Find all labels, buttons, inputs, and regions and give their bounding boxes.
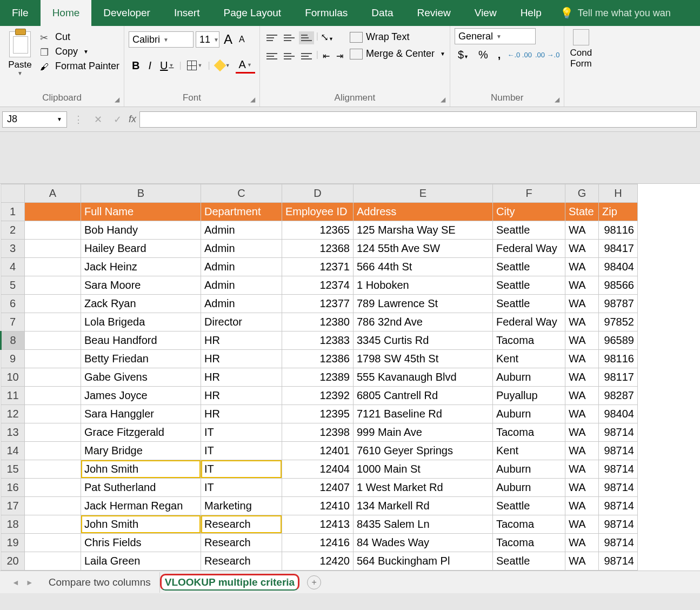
tell-me-search[interactable]: 💡 Tell me what you wan <box>554 0 677 26</box>
cell[interactable]: 564 Buckingham Pl <box>354 552 493 571</box>
cell[interactable]: 12420 <box>282 552 354 571</box>
cell[interactable]: John Smith <box>81 515 201 534</box>
cell[interactable]: Admin <box>201 258 282 276</box>
cell[interactable]: 98417 <box>599 240 638 258</box>
increase-indent-button[interactable]: ⇥ <box>334 50 345 63</box>
col-header-H[interactable]: H <box>599 184 638 203</box>
cell[interactable]: 566 44th St <box>354 258 493 276</box>
cell[interactable]: Jack Heinz <box>81 258 201 276</box>
paste-button[interactable]: Paste ▼ <box>4 28 36 76</box>
number-format-combo[interactable]: General▼ <box>455 28 536 44</box>
cell[interactable]: WA <box>565 240 599 258</box>
cell[interactable]: WA <box>565 276 599 295</box>
row-header[interactable]: 13 <box>1 423 25 442</box>
cell[interactable]: Zack Ryan <box>81 295 201 313</box>
cell[interactable]: IT <box>201 479 282 497</box>
cell[interactable]: 12404 <box>282 460 354 479</box>
font-size-combo[interactable]: 11▼ <box>196 31 219 48</box>
cell[interactable]: WA <box>565 534 599 552</box>
cell[interactable]: Tacoma <box>493 331 565 350</box>
align-right-button[interactable] <box>299 50 314 63</box>
cell[interactable]: Jack Herman Regan <box>81 497 201 515</box>
cell[interactable]: 98116 <box>599 221 638 240</box>
cell[interactable]: WA <box>565 442 599 460</box>
col-header-B[interactable]: B <box>81 184 201 203</box>
sheet-tab-vlookup[interactable]: VLOOKUP multiple criteria <box>160 574 299 591</box>
col-header-F[interactable]: F <box>493 184 565 203</box>
cell[interactable]: 98714 <box>599 552 638 571</box>
cell[interactable]: Seattle <box>493 276 565 295</box>
tab-view[interactable]: View <box>463 0 509 26</box>
cell[interactable]: Sara Moore <box>81 276 201 295</box>
merge-center-button[interactable]: Merge & Center▼ <box>350 48 445 59</box>
cell[interactable]: WA <box>565 479 599 497</box>
sheet-nav-arrows[interactable]: ◄► <box>5 578 40 587</box>
cell[interactable]: Mary Bridge <box>81 442 201 460</box>
cell[interactable]: 12365 <box>282 221 354 240</box>
tab-file[interactable]: File <box>0 0 41 26</box>
wrap-text-button[interactable]: Wrap Text <box>350 31 445 43</box>
cell[interactable]: Director <box>201 313 282 331</box>
cell[interactable]: Grace Fitzgerald <box>81 423 201 442</box>
fill-color-button[interactable]: ▼ <box>212 60 234 71</box>
cell[interactable]: 7610 Geyer Springs <box>354 442 493 460</box>
cell[interactable]: WA <box>565 405 599 423</box>
sheet-tab-compare[interactable]: Compare two columns <box>40 572 160 593</box>
cell[interactable]: 1798 SW 45th St <box>354 350 493 368</box>
cell[interactable]: Tacoma <box>493 423 565 442</box>
cell[interactable]: 98714 <box>599 479 638 497</box>
cell[interactable]: WA <box>565 387 599 405</box>
cell[interactable]: 3345 Curtis Rd <box>354 331 493 350</box>
dialog-launcher-icon[interactable]: ◢ <box>115 96 119 103</box>
cell[interactable] <box>25 534 81 552</box>
cell[interactable]: 98714 <box>599 460 638 479</box>
cell[interactable] <box>25 221 81 240</box>
cell[interactable]: Seattle <box>493 258 565 276</box>
bold-button[interactable]: B <box>129 58 143 73</box>
cell[interactable]: 98714 <box>599 534 638 552</box>
cell[interactable]: 12371 <box>282 258 354 276</box>
cell[interactable]: 12413 <box>282 515 354 534</box>
cell[interactable]: HR <box>201 387 282 405</box>
cell[interactable]: WA <box>565 331 599 350</box>
cell[interactable]: 98404 <box>599 405 638 423</box>
percent-format-button[interactable]: % <box>475 49 491 61</box>
cell[interactable]: James Joyce <box>81 387 201 405</box>
cell[interactable]: Seattle <box>493 497 565 515</box>
cell[interactable]: Gabe Givens <box>81 368 201 387</box>
cell[interactable] <box>25 240 81 258</box>
align-left-button[interactable] <box>264 50 279 63</box>
cell[interactable] <box>25 552 81 571</box>
row-header[interactable]: 16 <box>1 479 25 497</box>
cell[interactable]: Federal Way <box>493 240 565 258</box>
header-cell[interactable]: Employee ID <box>282 203 354 221</box>
add-sheet-button[interactable]: + <box>307 575 321 589</box>
cell[interactable] <box>25 350 81 368</box>
cell[interactable]: Tacoma <box>493 534 565 552</box>
fx-icon[interactable]: fx <box>129 114 136 125</box>
cell[interactable] <box>25 460 81 479</box>
row-header[interactable]: 9 <box>1 350 25 368</box>
align-center-button[interactable] <box>282 50 297 63</box>
cell[interactable]: 999 Main Ave <box>354 423 493 442</box>
tab-review[interactable]: Review <box>405 0 462 26</box>
cell[interactable]: Research <box>201 552 282 571</box>
tab-insert[interactable]: Insert <box>162 0 212 26</box>
cell[interactable]: Admin <box>201 295 282 313</box>
tab-developer[interactable]: Developer <box>91 0 162 26</box>
cell[interactable]: Lola Brigeda <box>81 313 201 331</box>
cell[interactable]: 1000 Main St <box>354 460 493 479</box>
cell[interactable] <box>25 276 81 295</box>
decrease-decimal-button[interactable]: .00 →.0 <box>535 51 560 59</box>
cell[interactable]: 12389 <box>282 368 354 387</box>
cell[interactable] <box>25 331 81 350</box>
cell[interactable]: Marketing <box>201 497 282 515</box>
col-header-E[interactable]: E <box>354 184 493 203</box>
cancel-formula-button[interactable]: ✕ <box>90 114 106 125</box>
cell[interactable]: HR <box>201 350 282 368</box>
increase-decimal-button[interactable]: ←.0 .00 <box>507 51 532 59</box>
format-painter-button[interactable]: Format Painter <box>40 61 119 72</box>
align-bottom-button[interactable] <box>299 31 314 44</box>
cell[interactable]: 98287 <box>599 387 638 405</box>
cell[interactable]: 12383 <box>282 331 354 350</box>
